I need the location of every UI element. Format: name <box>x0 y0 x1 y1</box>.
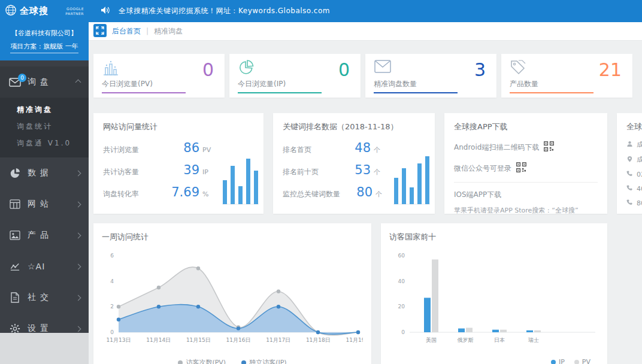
stat-row-item: 排名首页 48 个 <box>283 141 384 155</box>
stat-row-item: 询盘转化率 7.69 % <box>103 185 213 199</box>
sidebar-item-inquiry[interactable]: 0 询盘 <box>0 66 89 98</box>
stat-cards-row: 0 今日浏览量(PV) 0 今日浏览量(IP) 3 精准询盘数量 21 产品 <box>93 54 632 98</box>
sidebar-item-ai[interactable]: ☆AI <box>0 251 89 282</box>
submenu-item-precise-inquiry[interactable]: 精准询盘 <box>0 101 89 118</box>
company-block: 【谷道科技有限公司】 项目方案：旗舰版 一年 <box>0 22 89 60</box>
expand-icon[interactable] <box>93 24 107 39</box>
keyword-mini-chart <box>393 154 430 207</box>
stat-value: 0 <box>202 61 214 79</box>
sidebar-item-products[interactable]: 产品 <box>0 220 89 251</box>
partner-line-1: GOOGLE <box>65 7 84 11</box>
stat-underline <box>102 92 186 93</box>
contact-row: 成 <box>626 155 642 164</box>
announcement-text: 全球搜精准关键词挖掘系统！网址：Keywords.Globalso.com <box>119 6 330 16</box>
row-value: 53 <box>338 163 371 177</box>
sidebar-item-label: 网站 <box>28 199 53 210</box>
contact-text: 成 <box>637 155 642 164</box>
legend-label: 访客次数(PV) <box>186 358 226 364</box>
card-title: 全球搜APP下载 <box>454 122 598 132</box>
chevron-right-icon <box>75 295 81 301</box>
chevron-right-icon <box>75 326 81 332</box>
weekly-visits-chart: 024611月13日11月14日11月15日11月16日11月17日11月18日… <box>102 248 363 357</box>
sidebar-item-social[interactable]: 社交 <box>0 282 89 313</box>
user-icon <box>626 141 633 149</box>
stat-value: 21 <box>599 61 622 79</box>
legend-dot <box>551 360 556 364</box>
breadcrumb-separator: | <box>146 27 149 35</box>
card-title: 访客国家前十 <box>389 232 599 242</box>
row-unit: 个 <box>375 190 384 199</box>
app-download-card: 全球搜APP下载 Android端扫描二维码下载 微信公众号可登录 IOS端AP… <box>444 113 607 214</box>
stat-value: 0 <box>338 61 350 79</box>
contact-text: 成 <box>637 140 642 149</box>
card-title: 网站访问量统计 <box>103 122 254 132</box>
row-value: 7.69 <box>167 185 199 199</box>
contact-row: 成 <box>626 140 642 149</box>
ios-download-desc: 苹果手机请登录APP Store搜索：“全球搜” <box>454 206 598 215</box>
svg-text:0: 0 <box>110 329 114 335</box>
country-legend: IP PV <box>389 358 599 364</box>
legend-item-ip[interactable]: 独立访客(IP) <box>241 358 286 364</box>
legend-item-pv[interactable]: 访客次数(PV) <box>178 358 226 364</box>
row-label: 排名首页 <box>283 145 338 155</box>
contact-text: 028 <box>637 171 642 178</box>
globe-logo-icon <box>5 4 17 18</box>
card-title: 关键词排名数据（2018-11-18） <box>283 122 425 132</box>
contact-text: 400 <box>637 185 642 193</box>
stat-underline <box>374 92 458 93</box>
row-label: 排名前十页 <box>283 167 338 177</box>
sidebar-item-website[interactable]: 网站 <box>0 189 89 220</box>
envelope-icon <box>374 59 392 75</box>
stat-label: 精准询盘数量 <box>374 79 417 89</box>
chevron-right-icon <box>75 170 81 176</box>
stat-row-item: 监控总关键词数量 80 个 <box>283 185 384 199</box>
svg-text:11月16日: 11月16日 <box>226 337 251 343</box>
svg-text:4: 4 <box>110 278 114 284</box>
row-unit: % <box>202 190 213 198</box>
svg-text:40: 40 <box>398 278 405 284</box>
sidebar-item-data[interactable]: 数据 <box>0 157 89 189</box>
breadcrumb-current: 精准询盘 <box>154 26 183 37</box>
breadcrumb-home-link[interactable]: 后台首页 <box>112 26 141 37</box>
contact-rows: 成 成 028 400 800 <box>626 140 642 207</box>
stat-card-products: 21 产品数量 <box>501 54 632 98</box>
legend-item-ip[interactable]: IP <box>551 358 565 364</box>
svg-text:俄罗斯: 俄罗斯 <box>458 337 474 343</box>
row-value: 48 <box>338 141 371 155</box>
card-title: 一周访问统计 <box>102 232 363 242</box>
phone-icon <box>626 199 633 207</box>
chevron-right-icon <box>75 232 81 238</box>
inquiry-badge: 0 <box>18 74 26 82</box>
visitor-countries-chart: 0204060美国俄罗斯日本瑞士 <box>389 248 599 357</box>
tag-icon <box>510 59 526 77</box>
qr-code-icon <box>544 141 554 153</box>
logo-area: 全球搜 GOOGLE PARTNER <box>0 0 89 22</box>
document-icon <box>8 292 22 303</box>
legend-dot <box>574 360 579 364</box>
legend-dot <box>241 360 246 364</box>
sidebar-item-label: 询盘 <box>28 77 53 87</box>
sidebar-menu: 0 询盘 精准询盘 询盘统计 询盘通 V1.0 数据 网站 <box>0 60 89 344</box>
svg-text:11月14日: 11月14日 <box>146 337 171 343</box>
legend-label: IP <box>559 358 565 364</box>
svg-text:11月15日: 11月15日 <box>186 337 211 343</box>
logo-text: 全球搜 <box>20 5 49 17</box>
sidebar-item-label: 产品 <box>28 230 53 241</box>
svg-text:2: 2 <box>110 304 114 310</box>
row-value: 39 <box>167 163 199 177</box>
submenu-item-inquiry-stats[interactable]: 询盘统计 <box>0 118 89 135</box>
stat-row-item: 共计访客量 39 IP <box>103 163 213 177</box>
breadcrumb: 后台首页 | 精准询盘 <box>89 22 642 41</box>
main-content: 0 今日浏览量(PV) 0 今日浏览量(IP) 3 精准询盘数量 21 产品 <box>89 41 642 364</box>
svg-text:瑞士: 瑞士 <box>528 337 539 343</box>
row-unit: 个 <box>374 168 384 177</box>
submenu-item-inquiry-tong[interactable]: 询盘通 V1.0 <box>0 135 89 151</box>
phone-icon <box>626 170 633 178</box>
svg-text:11月17日: 11月17日 <box>266 337 290 343</box>
svg-text:20: 20 <box>398 304 405 310</box>
speaker-icon[interactable] <box>101 6 110 16</box>
stat-label: 今日浏览量(IP) <box>238 79 286 89</box>
pie-chart-icon <box>238 59 255 78</box>
legend-item-pv[interactable]: PV <box>574 358 590 364</box>
company-plan: 项目方案：旗舰版 一年 <box>10 42 78 53</box>
